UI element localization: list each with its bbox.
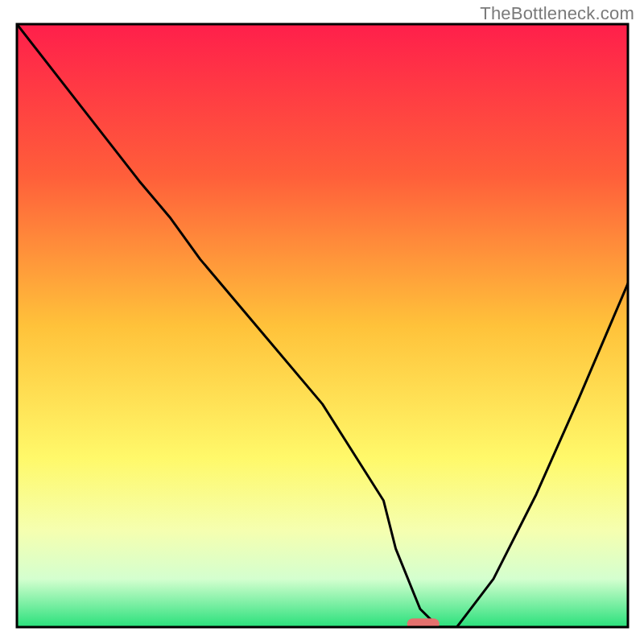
bottleneck-chart: [0, 0, 644, 644]
chart-container: TheBottleneck.com: [0, 0, 644, 644]
gradient-background: [17, 24, 628, 627]
source-watermark: TheBottleneck.com: [480, 3, 634, 24]
